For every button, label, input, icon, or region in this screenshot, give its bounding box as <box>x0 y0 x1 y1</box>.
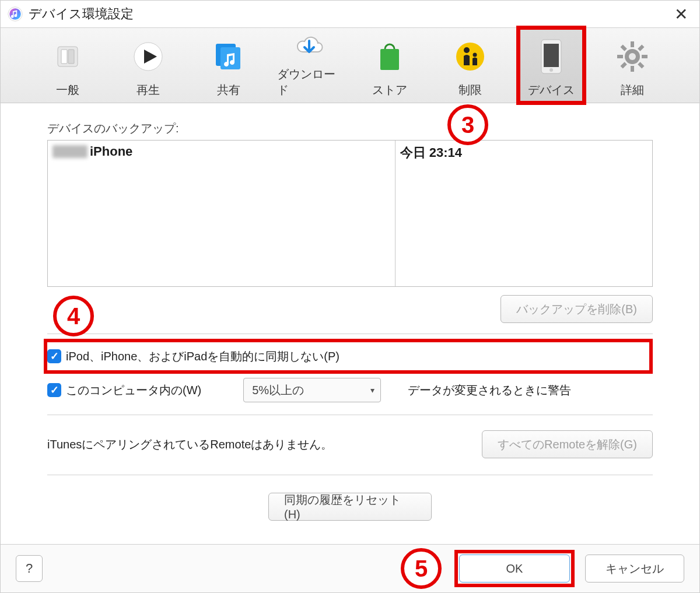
remote-status-text: iTunesにペアリングされているRemoteはありません。 <box>47 437 332 452</box>
titlebar: デバイス環境設定 ✕ <box>1 1 699 27</box>
parental-icon <box>454 36 486 78</box>
cancel-button[interactable]: キャンセル <box>585 555 684 583</box>
svg-rect-14 <box>544 44 559 67</box>
threshold-select[interactable]: 5%以上の ▾ <box>243 378 381 402</box>
svg-rect-9 <box>380 49 399 70</box>
tab-downloads[interactable]: ダウンロード <box>277 28 341 103</box>
prevent-sync-label: iPod、iPhone、およびiPadを自動的に同期しない(P) <box>66 349 340 364</box>
tab-label: デバイス <box>528 82 575 98</box>
checkbox-prevent-sync[interactable] <box>47 349 61 363</box>
checkbox-warn-change[interactable] <box>47 383 61 397</box>
itunes-icon <box>8 6 23 22</box>
tab-label: 制限 <box>459 82 482 98</box>
svg-rect-3 <box>61 50 67 64</box>
svg-rect-22 <box>620 62 626 68</box>
annotation-5: 5 <box>401 548 442 589</box>
svg-point-12 <box>473 53 477 57</box>
chevron-down-icon: ▾ <box>370 385 374 395</box>
backup-row-device[interactable]: iPhone <box>48 141 395 163</box>
tab-label: 詳細 <box>621 82 644 98</box>
select-value: 5%以上の <box>252 383 304 398</box>
close-icon: ✕ <box>674 5 688 24</box>
button-label: バックアップを削除(B) <box>516 301 637 317</box>
gear-icon <box>616 36 649 78</box>
backup-time: 今日 23:14 <box>400 144 462 162</box>
prevent-auto-sync-row[interactable]: iPod、iPhone、およびiPadを自動的に同期しない(P) <box>47 345 645 368</box>
button-label: すべてのRemoteを解除(G) <box>498 437 637 452</box>
tab-label: ストア <box>372 82 407 98</box>
tab-advanced[interactable]: 詳細 <box>600 28 664 103</box>
svg-point-11 <box>464 47 470 53</box>
tab-label: 一般 <box>56 82 79 98</box>
reset-sync-history-button[interactable]: 同期の履歴をリセット(H) <box>268 493 432 521</box>
svg-rect-17 <box>631 41 634 47</box>
annotation-4: 4 <box>53 296 94 336</box>
help-button[interactable]: ? <box>16 555 43 582</box>
button-label: OK <box>506 562 523 576</box>
ok-highlight: OK <box>454 550 575 587</box>
tab-devices[interactable]: デバイス <box>519 28 584 103</box>
svg-rect-24 <box>620 44 626 51</box>
backup-section-label: デバイスのバックアップ: <box>47 121 653 136</box>
dialog-window: デバイス環境設定 ✕ 一般 再生 <box>0 0 700 593</box>
ok-button[interactable]: OK <box>459 555 570 583</box>
warn-suffix-label: データが変更されるときに警告 <box>408 383 571 398</box>
button-label: キャンセル <box>606 561 664 577</box>
close-button[interactable]: ✕ <box>669 2 692 26</box>
button-label: 同期の履歴をリセット(H) <box>284 492 416 521</box>
tab-label: 共有 <box>217 82 240 98</box>
svg-rect-8 <box>220 47 240 69</box>
warn-change-row: このコンピュータ内の(W) 5%以上の ▾ データが変更されるときに警告 <box>47 378 653 402</box>
tab-store[interactable]: ストア <box>358 28 422 103</box>
tab-restrictions[interactable]: 制限 <box>438 28 502 103</box>
svg-rect-20 <box>617 55 623 58</box>
content-area: デバイスのバックアップ: iPhone 今日 23:14 バックアップを削除(B… <box>1 103 699 544</box>
help-icon: ? <box>26 561 33 576</box>
svg-rect-18 <box>631 66 634 72</box>
backup-device-name: iPhone <box>90 144 132 159</box>
tab-label: 再生 <box>136 82 160 98</box>
tab-playback[interactable]: 再生 <box>116 28 180 103</box>
svg-point-15 <box>550 68 553 72</box>
annotation-3: 3 <box>447 104 488 145</box>
bag-icon <box>376 36 404 78</box>
svg-rect-23 <box>638 62 644 68</box>
divider <box>47 334 653 334</box>
tab-sharing[interactable]: 共有 <box>197 28 261 103</box>
backup-row-time: 今日 23:14 <box>396 141 652 165</box>
svg-rect-21 <box>638 44 644 51</box>
music-files-icon <box>212 36 245 78</box>
svg-rect-2 <box>58 47 78 66</box>
preferences-toolbar: 一般 再生 共有 <box>1 27 699 103</box>
svg-rect-19 <box>642 55 648 58</box>
window-title: デバイス環境設定 <box>29 5 134 23</box>
svg-point-10 <box>456 43 484 71</box>
divider <box>47 475 653 475</box>
phone-icon <box>540 36 563 78</box>
blurred-prefix <box>52 145 88 158</box>
divider <box>47 415 653 415</box>
switch-icon <box>53 36 82 78</box>
svg-rect-4 <box>68 50 74 64</box>
play-icon <box>132 36 164 78</box>
svg-point-25 <box>629 53 636 60</box>
tab-general[interactable]: 一般 <box>36 28 100 103</box>
cloud-download-icon <box>292 28 327 62</box>
delete-backup-button[interactable]: バックアップを削除(B) <box>501 295 653 323</box>
svg-point-1 <box>9 8 21 20</box>
backup-list[interactable]: iPhone 今日 23:14 <box>47 140 653 287</box>
tab-label: ダウンロード <box>277 66 341 98</box>
warn-cb-label: このコンピュータ内の(W) <box>66 383 201 398</box>
dialog-footer: ? 5 OK キャンセル <box>1 544 699 592</box>
forget-remotes-button[interactable]: すべてのRemoteを解除(G) <box>482 430 653 458</box>
